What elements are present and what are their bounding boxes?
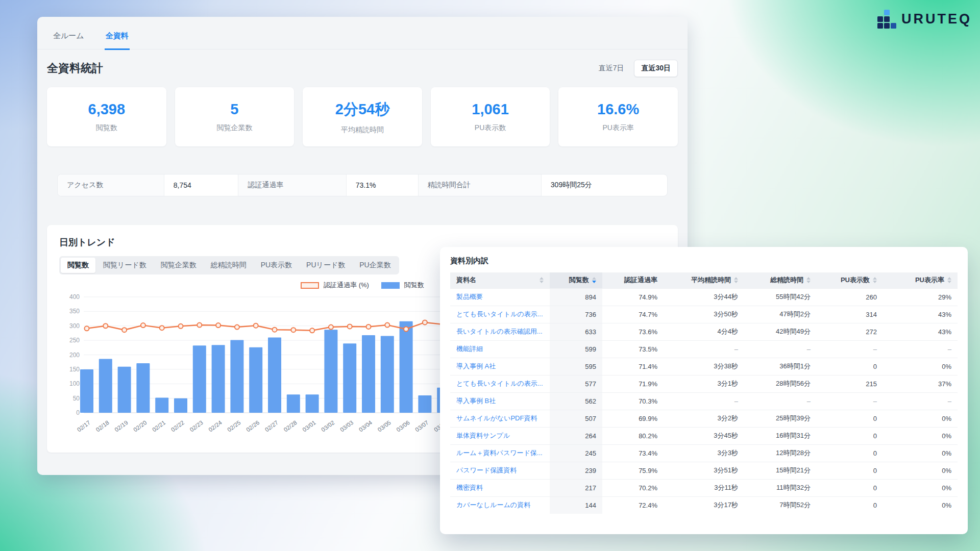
range-button-30days[interactable]: 直近30日 bbox=[634, 60, 678, 77]
cell-avg-read-time: 3分44秒 bbox=[664, 288, 744, 306]
column-header-5[interactable]: 総精読時間 bbox=[744, 272, 817, 288]
logo-square-blue bbox=[891, 23, 896, 29]
bar-02/18 bbox=[99, 359, 112, 413]
cell-pu-rate: 0% bbox=[883, 444, 958, 462]
table-row: カバーなしルームの資料14472.4%3分17秒7時間52分00% bbox=[450, 496, 958, 514]
cell-document-name: 単体資料サンプル bbox=[450, 427, 550, 444]
legend-bar-swatch bbox=[381, 282, 400, 289]
cell-avg-read-time: 3分51秒 bbox=[664, 462, 744, 479]
sort-up-arrow bbox=[540, 277, 544, 280]
x-axis-label: 02/20 bbox=[132, 419, 148, 433]
cell-total-read-time: 12時間28分 bbox=[744, 444, 817, 462]
stat-label: 平均精読時間 bbox=[341, 126, 384, 135]
tab-all-rooms[interactable]: 全ルーム bbox=[52, 31, 85, 50]
stat-value: 16.6% bbox=[597, 101, 639, 118]
cell-pu-rate: 37% bbox=[883, 375, 958, 392]
sort-up-arrow bbox=[947, 277, 951, 280]
line-point-02/25 bbox=[235, 325, 239, 330]
summary-label: 精読時間合計 bbox=[418, 174, 541, 196]
column-header-inner: 閲覧数 bbox=[556, 276, 596, 285]
table-row: 長いタイトルの表示確認用...63373.6%4分4秒42時間49分27243% bbox=[450, 323, 958, 340]
bar-02/22 bbox=[174, 398, 187, 413]
column-label: 認証通過率 bbox=[624, 276, 657, 285]
document-link[interactable]: とても長いタイトルの表示... bbox=[456, 310, 544, 319]
cell-avg-read-time: 3分50秒 bbox=[664, 306, 744, 323]
line-point-02/26 bbox=[254, 323, 258, 328]
metric-tab[interactable]: 閲覧企業数 bbox=[154, 258, 203, 273]
column-header-1[interactable]: 資料名 bbox=[450, 272, 550, 288]
cell-auth-rate: 74.7% bbox=[602, 306, 664, 323]
document-link[interactable]: カバーなしルームの資料 bbox=[456, 500, 544, 510]
x-axis-label: 02/21 bbox=[151, 419, 166, 433]
cell-auth-rate: 74.9% bbox=[602, 288, 664, 306]
metric-tab[interactable]: PU企業数 bbox=[353, 258, 397, 273]
bar-03/03 bbox=[343, 343, 356, 413]
column-header-7[interactable]: PU表示率 bbox=[883, 272, 958, 288]
metric-tab[interactable]: PUリード数 bbox=[300, 258, 352, 273]
sort-icon bbox=[947, 277, 951, 283]
scope-tabs: 全ルーム全資料 bbox=[37, 17, 688, 49]
metric-tab[interactable]: PU表示数 bbox=[254, 258, 299, 273]
document-link[interactable]: 製品概要 bbox=[456, 292, 544, 302]
line-point-02/19 bbox=[122, 328, 127, 332]
cell-views: 239 bbox=[550, 462, 602, 479]
y-axis-tick: 250 bbox=[69, 337, 80, 344]
sort-icon bbox=[873, 277, 877, 283]
cell-avg-read-time: 3分38秒 bbox=[664, 358, 744, 375]
line-point-03/06 bbox=[404, 327, 408, 331]
column-header-inner: 認証通過率 bbox=[608, 276, 657, 285]
cell-views: 595 bbox=[550, 358, 602, 375]
metric-tab[interactable]: 閲覧リード数 bbox=[96, 258, 153, 273]
cell-avg-read-time: 3分45秒 bbox=[664, 427, 744, 444]
stat-card: 1,061PU表示数 bbox=[431, 87, 550, 146]
cell-views: 562 bbox=[550, 392, 602, 410]
document-link[interactable]: パスワード保護資料 bbox=[456, 466, 544, 475]
x-axis-label: 03/02 bbox=[320, 419, 335, 433]
cell-avg-read-time: 3分1秒 bbox=[664, 375, 744, 392]
metric-tab[interactable]: 閲覧数 bbox=[61, 258, 95, 273]
table-row: サムネイルがないPDF資料50769.9%3分2秒25時間39分00% bbox=[450, 410, 958, 427]
metric-tab[interactable]: 総精読時間 bbox=[204, 258, 253, 273]
metric-tabs: 閲覧数閲覧リード数閲覧企業数総精読時間PU表示数PUリード数PU企業数 bbox=[59, 256, 399, 274]
document-link[interactable]: 機能詳細 bbox=[456, 344, 544, 354]
x-axis-label: 02/17 bbox=[76, 419, 91, 433]
tab-all-documents[interactable]: 全資料 bbox=[105, 31, 130, 50]
sort-icon bbox=[540, 277, 544, 283]
y-axis-tick: 350 bbox=[69, 308, 80, 315]
cell-document-name: とても長いタイトルの表示... bbox=[450, 375, 550, 392]
empty-value: – bbox=[807, 397, 811, 405]
cell-document-name: 導入事例 B社 bbox=[450, 392, 550, 410]
stat-cards-row: 6,398閲覧数5閲覧企業数2分54秒平均精読時間1,061PU表示数16.6%… bbox=[47, 87, 678, 146]
y-axis-tick: 100 bbox=[69, 380, 80, 387]
stat-card: 2分54秒平均精読時間 bbox=[303, 87, 422, 146]
document-link[interactable]: 導入事例 B社 bbox=[456, 396, 544, 406]
brand-name: URUTEQ bbox=[901, 11, 972, 27]
legend-label: 閲覧数 bbox=[404, 281, 424, 290]
column-header-6[interactable]: PU表示数 bbox=[817, 272, 883, 288]
document-link[interactable]: サムネイルがないPDF資料 bbox=[456, 414, 544, 423]
document-link[interactable]: 機密資料 bbox=[456, 483, 544, 492]
sort-up-arrow bbox=[592, 277, 596, 280]
stat-label: 閲覧企業数 bbox=[216, 123, 252, 133]
column-header-4[interactable]: 平均精読時間 bbox=[664, 272, 744, 288]
cell-document-name: 長いタイトルの表示確認用... bbox=[450, 323, 550, 340]
stat-value: 5 bbox=[230, 101, 238, 118]
line-point-03/02 bbox=[329, 325, 333, 330]
sort-down-arrow bbox=[873, 281, 877, 283]
bar-02/17 bbox=[80, 369, 93, 413]
column-header-inner: 総精読時間 bbox=[750, 276, 811, 285]
cell-total-read-time: 15時間21分 bbox=[744, 462, 817, 479]
document-link[interactable]: とても長いタイトルの表示... bbox=[456, 379, 544, 388]
document-link[interactable]: 単体資料サンプル bbox=[456, 431, 544, 440]
bar-03/07 bbox=[418, 395, 431, 413]
document-link[interactable]: ルーム＋資料パスワード保... bbox=[456, 448, 544, 458]
range-button-7days[interactable]: 直近7日 bbox=[592, 60, 631, 77]
cell-views: 599 bbox=[550, 340, 602, 358]
document-link[interactable]: 長いタイトルの表示確認用... bbox=[456, 327, 544, 336]
cell-total-read-time: 16時間31分 bbox=[744, 427, 817, 444]
document-link[interactable]: 導入事例 A社 bbox=[456, 362, 544, 371]
brand-logo: URUTEQ bbox=[877, 10, 972, 29]
x-axis-label: 03/05 bbox=[377, 419, 392, 433]
column-header-2[interactable]: 閲覧数 bbox=[550, 272, 602, 288]
sort-up-arrow bbox=[734, 277, 738, 280]
